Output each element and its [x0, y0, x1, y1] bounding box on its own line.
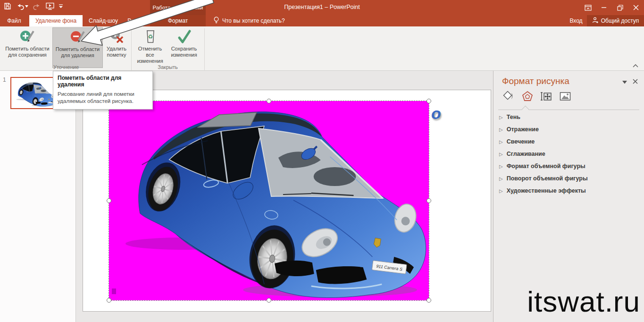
mark-areas-to-keep-button[interactable]: Пометить областидля сохранения	[3, 27, 52, 68]
tell-me-label: Что вы хотите сделать?	[222, 17, 285, 24]
ribbon-display-options-icon[interactable]	[580, 0, 596, 15]
pane-divider	[498, 110, 639, 110]
group-label-close: Закрыть	[134, 64, 201, 70]
close-icon[interactable]	[628, 0, 644, 15]
pane-tab-strip	[502, 90, 571, 102]
keep-changes-button[interactable]: Сохранитьизменения	[167, 27, 201, 68]
selected-picture[interactable]	[109, 101, 429, 300]
size-properties-icon[interactable]	[540, 90, 552, 102]
selection-handle-bottom-right[interactable]	[427, 298, 431, 303]
selection-handle-middle-left[interactable]	[107, 198, 111, 203]
tab-file[interactable]: Файл	[3, 15, 25, 26]
delete-mark-icon	[104, 27, 129, 44]
mark-areas-to-remove-button[interactable]: Пометить областидля удаления	[52, 27, 103, 68]
slide-canvas[interactable]: o	[83, 90, 491, 312]
collapsed-triangle-icon: ▷	[499, 139, 503, 144]
car-photo	[109, 101, 429, 300]
tab-view[interactable]: Вид	[123, 15, 142, 26]
selection-handle-middle-right[interactable]	[427, 198, 431, 203]
site-watermark: itswat.ru	[527, 285, 640, 318]
selection-handle-bottom-left[interactable]	[107, 298, 111, 303]
share-label: Общий доступ	[601, 17, 639, 24]
ribbon-tab-row: Файл Удаление фона Слайд-шоу Вид Формат …	[0, 15, 644, 26]
slide-number: 1	[3, 76, 6, 83]
tab-slideshow[interactable]: Слайд-шоу	[86, 15, 121, 26]
window-title: Презентация1 – PowerPoint	[0, 4, 644, 10]
section-glow[interactable]: ▷Свечение	[499, 137, 535, 146]
tooltip: Пометить области для удаления Рисование …	[53, 71, 153, 110]
pane-title: Формат рисунка	[502, 76, 569, 86]
tooltip-body: Рисование линий для пометки удаляемых об…	[58, 91, 148, 105]
section-reflection[interactable]: ▷Отражение	[499, 125, 539, 134]
picture-watermark-mark	[112, 288, 116, 294]
ribbon: Пометить областидля сохранения Пометить …	[0, 26, 644, 71]
section-soft-edges[interactable]: ▷Сглаживание	[499, 149, 545, 159]
delete-mark-button[interactable]: Удалитьпометку	[104, 27, 129, 68]
collapsed-triangle-icon: ▷	[499, 188, 503, 194]
sign-in-button[interactable]: Вход	[565, 15, 587, 26]
thumbnail-car-image	[14, 81, 56, 107]
lightbulb-icon	[213, 17, 219, 25]
window-controls	[580, 0, 644, 15]
picture-icon[interactable]	[559, 90, 571, 102]
collapse-ribbon-icon[interactable]	[632, 61, 641, 68]
checkmark-icon	[167, 27, 201, 44]
pane-close-icon[interactable]	[633, 78, 638, 85]
mark-remove-icon	[53, 28, 102, 45]
tooltip-title: Пометить области для удаления	[58, 75, 148, 88]
section-3d-format[interactable]: ▷Формат объемной фигуры	[499, 161, 585, 171]
fill-line-icon[interactable]	[502, 90, 515, 102]
mark-keep-icon	[3, 27, 52, 44]
trash-recycle-icon: ♻	[134, 27, 166, 44]
selection-handle-bottom-middle[interactable]	[267, 298, 271, 303]
svg-text:♻: ♻	[148, 34, 153, 40]
slide-title-fragment: o	[431, 104, 441, 123]
tab-background-removal[interactable]: Удаление фона	[29, 15, 83, 26]
tab-format[interactable]: Формат	[150, 15, 206, 26]
discard-all-changes-button[interactable]: ♻ Отменить всеизменения	[134, 27, 166, 68]
collapsed-triangle-icon: ▷	[499, 176, 503, 181]
group-label-refine: Уточнение	[3, 64, 129, 70]
selection-handle-top-right[interactable]	[427, 99, 431, 103]
tell-me-box[interactable]: Что вы хотите сделать?	[213, 15, 285, 26]
section-artistic-effects[interactable]: ▷Художественные эффекты	[499, 186, 586, 195]
collapsed-triangle-icon: ▷	[499, 127, 503, 132]
minimize-icon[interactable]	[596, 0, 612, 15]
collapsed-triangle-icon: ▷	[499, 152, 503, 157]
collapsed-triangle-icon: ▷	[499, 115, 503, 120]
collapsed-triangle-icon: ▷	[499, 164, 503, 169]
share-button[interactable]: Общий доступ	[587, 15, 644, 26]
restore-icon[interactable]	[612, 0, 628, 15]
selection-handle-top-middle[interactable]	[267, 99, 271, 103]
section-3d-rotation[interactable]: ▷Поворот объемной фигуры	[499, 174, 588, 183]
title-bar: Работа с рисунками Презентация1 – PowerP…	[0, 0, 644, 15]
section-shadow[interactable]: ▷Тень	[499, 112, 520, 122]
pane-dropdown-icon[interactable]	[622, 78, 627, 85]
effects-icon[interactable]	[521, 90, 534, 102]
person-icon	[592, 17, 599, 25]
pane-divider-notch	[522, 106, 529, 113]
